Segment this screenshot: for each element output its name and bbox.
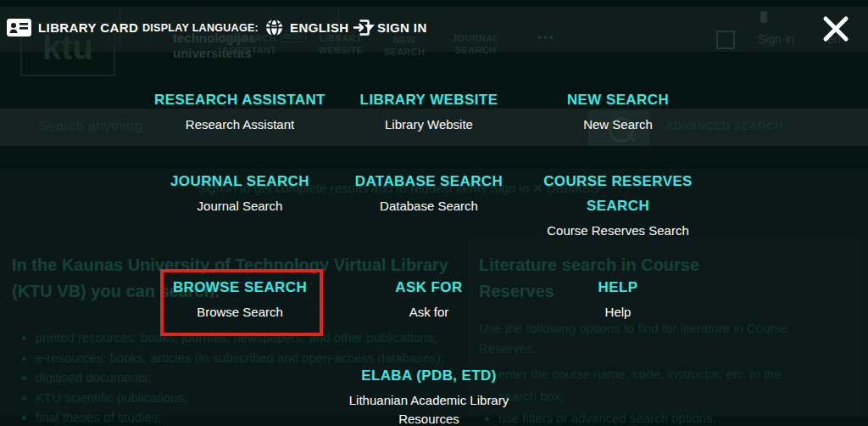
library-card-button[interactable]: LIBRARY CARD xyxy=(7,19,138,36)
menu-title: COURSE RESERVES SEARCH xyxy=(520,169,715,218)
menu-title: NEW SEARCH xyxy=(520,87,715,112)
library-card-label: LIBRARY CARD xyxy=(38,20,138,35)
menu-item-library-website[interactable]: LIBRARY WEBSITE Library Website xyxy=(331,87,526,134)
dimmed-pin-icon xyxy=(760,11,767,23)
sign-in-label: SIGN IN xyxy=(377,20,427,35)
menu-subtitle: Library Website xyxy=(331,115,526,134)
menu-item-journal-search[interactable]: JOURNAL SEARCH Journal Search xyxy=(142,169,337,216)
dimmed-qr-icon xyxy=(716,31,735,49)
menu-subtitle: Database Search xyxy=(331,197,526,216)
dimmed-search-placeholder: Search anything xyxy=(38,118,142,135)
menu-item-course-reserves-search[interactable]: COURSE RESERVES SEARCH Course Reserves S… xyxy=(520,169,715,240)
menu-subtitle: Browse Search xyxy=(142,303,337,322)
sign-in-button[interactable]: SIGN IN xyxy=(353,19,427,36)
menu-title: ASK FOR xyxy=(331,275,526,300)
language-value: ENGLISH xyxy=(290,20,348,35)
dimmed-nav-new-search: NEW SEARCH xyxy=(375,34,434,58)
display-language-selector[interactable]: DISPLAY LANGUAGE: ENGLISH xyxy=(142,19,375,36)
menu-item-database-search[interactable]: DATABASE SEARCH Database Search xyxy=(331,169,526,216)
menu-item-elaba[interactable]: ELABA (PDB, ETD) Lithuanian Academic Lib… xyxy=(331,363,526,426)
menu-subtitle: Research Assistant xyxy=(142,115,337,134)
menu-title: DATABASE SEARCH xyxy=(331,169,526,193)
menu-title: HELP xyxy=(520,275,715,300)
display-language-label: DISPLAY LANGUAGE: xyxy=(142,22,259,34)
menu-item-research-assistant[interactable]: RESEARCH ASSISTANT Research Assistant xyxy=(142,87,337,134)
close-menu-button[interactable] xyxy=(819,12,853,46)
menu-title: RESEARCH ASSISTANT xyxy=(142,87,337,112)
menu-item-ask-for[interactable]: ASK FOR Ask for xyxy=(331,275,526,322)
dimmed-bullet: use filters or advanced search options. xyxy=(498,407,791,426)
close-icon xyxy=(821,14,850,43)
top-edge-strip xyxy=(0,0,868,7)
menu-item-browse-search[interactable]: BROWSE SEARCH Browse Search xyxy=(142,275,337,322)
menu-title: ELABA (PDB, ETD) xyxy=(331,363,526,388)
menu-subtitle: Course Reserves Search xyxy=(520,221,715,240)
dimmed-bullet: printed resources: books, journals, news… xyxy=(36,328,476,348)
topbar-divider xyxy=(338,10,339,46)
menu-item-new-search[interactable]: NEW SEARCH New Search xyxy=(520,87,715,134)
menu-title: LIBRARY WEBSITE xyxy=(331,87,526,112)
menu-title: BROWSE SEARCH xyxy=(142,275,337,300)
topbar-divider xyxy=(120,10,120,46)
menu-item-help[interactable]: HELP Help xyxy=(520,275,715,322)
background-band xyxy=(0,146,868,169)
menu-subtitle: Help xyxy=(520,303,715,322)
library-card-icon xyxy=(7,19,31,36)
menu-subtitle: Ask for xyxy=(331,303,526,322)
dimmed-nav-journal-search: JOURNAL SEARCH xyxy=(448,32,504,56)
menu-subtitle: New Search xyxy=(520,115,715,134)
dimmed-more-menu: ••• xyxy=(537,31,555,44)
dimmed-right-bullet-list: enter the course name, code, instructor,… xyxy=(481,363,791,426)
dimmed-right-intro: Use the following options to find for li… xyxy=(479,318,793,359)
globe-icon xyxy=(265,19,283,36)
sign-in-icon xyxy=(353,19,370,36)
menu-subtitle: Lithuanian Academic Library Resources xyxy=(331,391,526,426)
dimmed-bullet: enter the course name, code, instructor,… xyxy=(498,363,791,407)
menu-title: JOURNAL SEARCH xyxy=(142,169,337,193)
dimmed-sign-in-link: Sign in xyxy=(758,32,794,46)
menu-subtitle: Journal Search xyxy=(142,197,337,216)
